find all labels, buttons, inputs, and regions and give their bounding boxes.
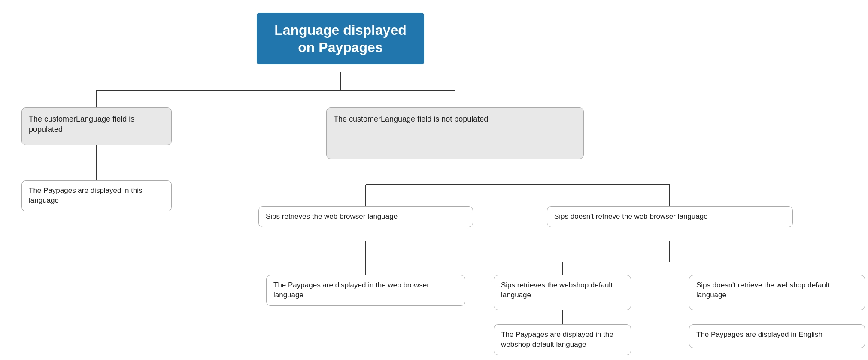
leaf-displayed-in-language: The Paypages are displayed in this langu… [21, 180, 172, 211]
node-customer-lang-not-populated: The customerLanguage field is not popula… [326, 107, 584, 159]
node-customer-lang-populated: The customerLanguage field is populated [21, 107, 172, 145]
leaf-displayed-browser-lang: The Paypages are displayed in the web br… [266, 275, 465, 306]
leaf-displayed-english: The Paypages are displayed in English [689, 324, 865, 348]
leaf-displayed-webshop-lang: The Paypages are displayed in the websho… [494, 324, 631, 355]
leaf-sips-not-retrieves-webshop: Sips doesn't retrieve the webshop defaul… [689, 275, 865, 310]
leaf-sips-retrieves-webshop: Sips retrieves the webshop default langu… [494, 275, 631, 310]
leaf-sips-not-retrieves-browser: Sips doesn't retrieve the web browser la… [547, 206, 793, 227]
root-node: Language displayed on Paypages [257, 13, 424, 64]
leaf-sips-retrieves-browser: Sips retrieves the web browser language [258, 206, 473, 227]
diagram: Language displayed on Paypages The custo… [0, 0, 868, 360]
